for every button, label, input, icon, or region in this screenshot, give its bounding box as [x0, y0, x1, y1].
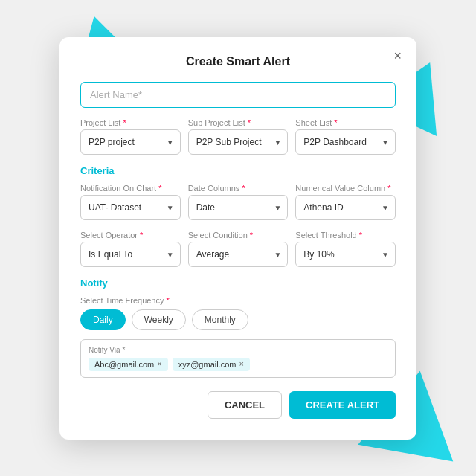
frequency-buttons-group: Daily Weekly Monthly	[80, 309, 396, 330]
project-list-select[interactable]: P2P project	[81, 130, 180, 154]
criteria-section-title: Criteria	[80, 165, 396, 176]
select-condition-select-wrapper: Average ▼	[188, 242, 289, 267]
select-operator-label: Select Operator *	[80, 231, 181, 239]
project-list-select-wrapper: P2P project ▼	[80, 129, 181, 155]
select-operator-group: Select Operator * Is Equal To ▼	[80, 231, 181, 267]
select-threshold-select-wrapper: By 10% ▼	[295, 242, 396, 267]
date-columns-select[interactable]: Date	[189, 196, 288, 219]
numerical-value-column-label: Numerical Value Column *	[295, 184, 396, 193]
alert-name-group	[80, 82, 396, 108]
select-operator-select-wrapper: Is Equal To ▼	[80, 242, 181, 267]
close-button[interactable]: ×	[390, 49, 405, 62]
sheet-list-select-wrapper: P2P Dashboard ▼	[295, 129, 396, 155]
criteria-row-1: Notification On Chart * UAT- Dataset ▼ D…	[80, 184, 396, 220]
tags-row: Abc@gmail.com × xyz@gmail.com ×	[89, 358, 387, 371]
project-list-label: Project List *	[80, 118, 181, 127]
monthly-freq-button[interactable]: Monthly	[192, 309, 248, 330]
select-threshold-select[interactable]: By 10%	[296, 242, 395, 266]
numerical-value-column-select[interactable]: Athena ID	[296, 196, 395, 219]
dialog-header: Create Smart Alert ×	[80, 55, 396, 68]
daily-freq-button[interactable]: Daily	[80, 309, 126, 330]
numerical-value-column-group: Numerical Value Column * Athena ID ▼	[295, 184, 396, 220]
dialog-title: Create Smart Alert	[80, 55, 396, 68]
numerical-value-column-select-wrapper: Athena ID ▼	[295, 195, 396, 220]
sub-project-list-select-wrapper: P2P Sub Project ▼	[188, 129, 289, 155]
create-alert-button[interactable]: CREATE ALERT	[289, 391, 396, 419]
project-list-group: Project List * P2P project ▼	[80, 118, 181, 155]
date-columns-select-wrapper: Date ▼	[188, 195, 289, 220]
notification-on-chart-select-wrapper: UAT- Dataset ▼	[80, 195, 181, 220]
notification-on-chart-label: Notification On Chart *	[80, 184, 181, 193]
notify-via-label: Notify Via *	[89, 346, 387, 354]
notification-on-chart-select[interactable]: UAT- Dataset	[81, 196, 180, 219]
select-condition-label: Select Condition *	[188, 231, 289, 239]
select-threshold-group: Select Threshold * By 10% ▼	[295, 231, 396, 267]
criteria-row-2: Select Operator * Is Equal To ▼ Select C…	[80, 231, 396, 267]
weekly-freq-button[interactable]: Weekly	[132, 309, 186, 330]
sub-project-list-label: Sub Project List *	[188, 118, 289, 127]
email-tag-text-0: Abc@gmail.com	[94, 360, 154, 369]
sheet-list-label: Sheet List *	[295, 118, 396, 127]
notify-via-wrapper: Notify Via * Abc@gmail.com × xyz@gmail.c…	[80, 339, 396, 378]
email-tag-close-1[interactable]: ×	[239, 360, 243, 368]
cancel-button[interactable]: CANCEL	[208, 391, 282, 419]
sub-project-list-select[interactable]: P2P Sub Project	[189, 130, 288, 154]
email-tag-close-0[interactable]: ×	[157, 360, 161, 368]
email-tag-0: Abc@gmail.com ×	[89, 358, 168, 371]
create-smart-alert-dialog: Create Smart Alert × Project List * P2P …	[60, 37, 416, 440]
select-condition-select[interactable]: Average	[189, 242, 288, 266]
sub-project-list-group: Sub Project List * P2P Sub Project ▼	[188, 118, 289, 155]
freq-label: Select Time Frequency *	[80, 296, 396, 305]
project-row: Project List * P2P project ▼ Sub Project…	[80, 118, 396, 155]
sheet-list-group: Sheet List * P2P Dashboard ▼	[295, 118, 396, 155]
email-tag-1: xyz@gmail.com ×	[173, 358, 250, 371]
select-condition-group: Select Condition * Average ▼	[188, 231, 289, 267]
alert-name-input[interactable]	[80, 82, 396, 108]
notify-section: Notify Select Time Frequency * Daily Wee…	[80, 277, 396, 378]
action-buttons-row: CANCEL CREATE ALERT	[80, 391, 396, 419]
select-threshold-label: Select Threshold *	[295, 231, 396, 239]
date-columns-label: Date Columns *	[188, 184, 289, 193]
notification-on-chart-group: Notification On Chart * UAT- Dataset ▼	[80, 184, 181, 220]
notify-section-title: Notify	[80, 277, 396, 289]
select-operator-select[interactable]: Is Equal To	[81, 242, 180, 266]
email-tag-text-1: xyz@gmail.com	[178, 360, 237, 369]
date-columns-group: Date Columns * Date ▼	[188, 184, 289, 220]
sheet-list-select[interactable]: P2P Dashboard	[296, 130, 395, 154]
